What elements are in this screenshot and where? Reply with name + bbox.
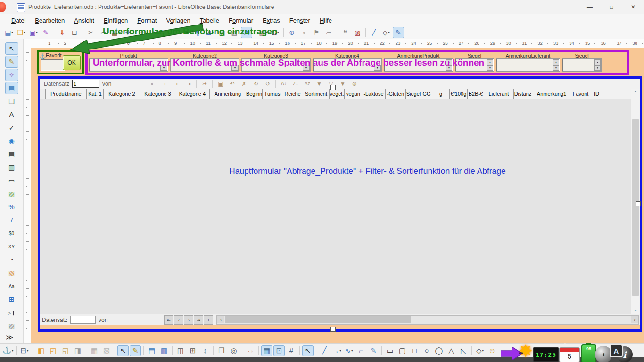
track-changes-icon[interactable]: ▨ — [352, 27, 363, 38]
push-button-icon[interactable]: ▭ — [5, 174, 18, 187]
previous-record-button[interactable]: ‹ — [174, 315, 183, 325]
horizontal-scrollbar[interactable]: ‹ › — [216, 315, 639, 325]
new-record-button[interactable]: + — [204, 315, 213, 325]
insert-chart-icon[interactable]: ▧ — [229, 27, 240, 38]
spin-up-icon[interactable]: ▲ — [594, 59, 601, 65]
basic-shapes-dropdown-icon[interactable]: ▾ — [388, 31, 390, 34]
save-as-icon[interactable]: ✎ — [40, 27, 51, 38]
spin-down-icon[interactable]: ▼ — [553, 65, 559, 71]
column-header-favorit[interactable]: Favorit — [571, 89, 590, 99]
menu-item-fenster[interactable]: Fenster — [285, 16, 315, 25]
scroll-down-icon[interactable]: ⌄ — [631, 305, 640, 314]
column-header-id[interactable]: ID — [590, 89, 603, 99]
check-box-icon[interactable]: ✓ — [5, 122, 18, 134]
group-icon[interactable]: ▦ — [89, 345, 100, 356]
column-header-kat-1[interactable]: Kat. 1 — [87, 89, 104, 99]
combo-dropdown-icon[interactable]: ▼ — [160, 65, 167, 71]
automatic-control-focus-icon[interactable]: ◎ — [228, 345, 239, 356]
scroll-up-icon[interactable]: ⌃ — [631, 89, 640, 97]
formatted-field-icon[interactable]: % — [5, 201, 18, 213]
refresh-control-icon[interactable]: ↺ — [262, 79, 273, 89]
cross-reference-icon[interactable]: ▱ — [323, 27, 334, 38]
send-to-back-icon[interactable]: ◨ — [72, 345, 83, 356]
label-field-icon[interactable]: ❑ — [5, 95, 18, 107]
column-header-anmerkung1[interactable]: Anmerkung1 — [532, 89, 571, 99]
control-properties-icon[interactable]: ▤ — [146, 345, 157, 356]
menu-item-ansicht[interactable]: Ansicht — [69, 16, 99, 25]
column-header-anmerkung[interactable]: Anmerkung — [210, 89, 246, 99]
ellipse-icon[interactable]: ○ — [421, 345, 432, 356]
forward-one-icon[interactable]: ◰ — [48, 345, 59, 356]
menu-item-einf-gen[interactable]: Einfügen — [99, 16, 132, 25]
open-in-design-mode-icon[interactable]: ❒ — [216, 345, 227, 356]
record-number-input[interactable] — [72, 80, 99, 88]
column-header-vegan[interactable]: vegan — [345, 89, 362, 99]
hyperlink-icon[interactable]: ⊕ — [286, 27, 297, 38]
paste-dropdown-icon[interactable]: ▾ — [118, 31, 120, 34]
save-dropdown-icon[interactable]: ▾ — [36, 31, 38, 34]
produkt-input[interactable]: ▼ — [89, 58, 168, 72]
close-button[interactable]: ✕ — [622, 0, 644, 14]
insert-field-icon[interactable]: ▥▾ — [257, 27, 269, 38]
column-header-beginn[interactable]: Beginn — [246, 89, 263, 99]
line-ends-arrow-icon[interactable]: →▾ — [331, 345, 342, 356]
rounded-rectangle-icon[interactable]: ▢ — [396, 345, 408, 356]
anmerkungprodukt-input[interactable]: ▲▼ — [384, 58, 453, 72]
refresh-icon[interactable]: ↻ — [250, 79, 261, 89]
last-record-icon[interactable]: ⇥ — [183, 79, 194, 89]
column-header-kategorie-4[interactable]: Kategorie 4 — [175, 89, 210, 99]
next-record-button[interactable]: › — [184, 315, 193, 325]
record-number-input[interactable] — [70, 316, 96, 324]
line-ends-arrow-dropdown-icon[interactable]: ▾ — [339, 349, 341, 353]
cut-icon[interactable]: ✂ — [85, 27, 97, 38]
spin-down-icon[interactable]: ▼ — [487, 65, 493, 71]
maximize-button[interactable]: □ — [601, 0, 622, 14]
column-header-gg[interactable]: GG — [421, 89, 432, 99]
spin-up-icon[interactable]: ▲ — [446, 59, 452, 65]
selection-handle-right[interactable] — [636, 201, 641, 206]
freeform-line-icon[interactable]: ✎ — [368, 345, 379, 356]
spelling-icon[interactable]: ✓ — [180, 27, 191, 38]
form-navigator-icon[interactable]: ◫ — [175, 345, 186, 356]
pattern-field-icon[interactable]: XY — [5, 240, 18, 253]
combo-dropdown-icon[interactable]: ▼ — [231, 65, 239, 71]
smiley-icon[interactable]: ☺ — [487, 345, 498, 356]
save-icon[interactable]: ▣▾ — [28, 27, 39, 38]
curve-dropdown-icon[interactable]: ▾ — [351, 349, 353, 353]
redo-dropdown-icon[interactable]: ▾ — [159, 31, 161, 34]
calendar-widget[interactable]: 5 — [559, 347, 580, 362]
ok-button[interactable]: OK — [63, 55, 81, 70]
undo-dropdown-icon[interactable]: ▾ — [147, 31, 149, 34]
formatting-marks-icon[interactable]: ¶ — [192, 27, 203, 38]
kategorie3-input[interactable]: ▼ — [241, 58, 311, 72]
column-header-g[interactable]: g — [432, 89, 450, 99]
sort-descending-icon[interactable]: Z↓ — [290, 79, 301, 89]
insert-table-dropdown-icon[interactable]: ▾ — [212, 31, 214, 34]
text-character-icon[interactable]: Aa — [5, 280, 18, 292]
column-header-siegel[interactable]: Siegel — [406, 89, 421, 99]
navigation-bar-icon[interactable]: ▷❙ — [5, 306, 18, 319]
menu-item-bearbeiten[interactable]: Bearbeiten — [30, 16, 69, 25]
bookmark-icon[interactable]: ⚑ — [311, 27, 322, 38]
circle-icon[interactable]: ◯ — [433, 345, 445, 356]
battery-widget[interactable]: 95 — [581, 344, 596, 362]
menu-item-tabelle[interactable]: Tabelle — [195, 16, 224, 25]
scroll-right-icon[interactable]: › — [631, 316, 638, 323]
combo-dropdown-icon[interactable]: ▼ — [374, 65, 381, 71]
select-icon[interactable]: ↖ — [5, 42, 18, 55]
ungroup-icon[interactable]: ▧ — [101, 345, 112, 356]
helplines-while-moving-icon[interactable]: # — [286, 345, 297, 356]
new-record-icon[interactable]: ›+ — [199, 79, 210, 89]
scroll-left-icon[interactable]: ‹ — [217, 316, 224, 323]
column-header--gluten[interactable]: -Gluten — [386, 89, 406, 99]
reset-filter-icon[interactable]: ⊘ — [349, 79, 360, 89]
selection-handle-top[interactable] — [330, 85, 336, 90]
comment-icon[interactable]: ❝ — [339, 27, 351, 38]
export-pdf-icon[interactable]: ⇓ — [57, 27, 68, 38]
siegel-input[interactable]: ▲▼ — [562, 58, 602, 72]
next-record-icon[interactable]: › — [171, 79, 182, 89]
spin-down-icon[interactable]: ▼ — [594, 65, 601, 71]
anchor-icon[interactable]: ⚓▾ — [2, 345, 14, 356]
bring-to-front-icon[interactable]: ◧ — [35, 345, 47, 356]
snap-to-grid-icon[interactable]: ⊡ — [273, 345, 285, 356]
